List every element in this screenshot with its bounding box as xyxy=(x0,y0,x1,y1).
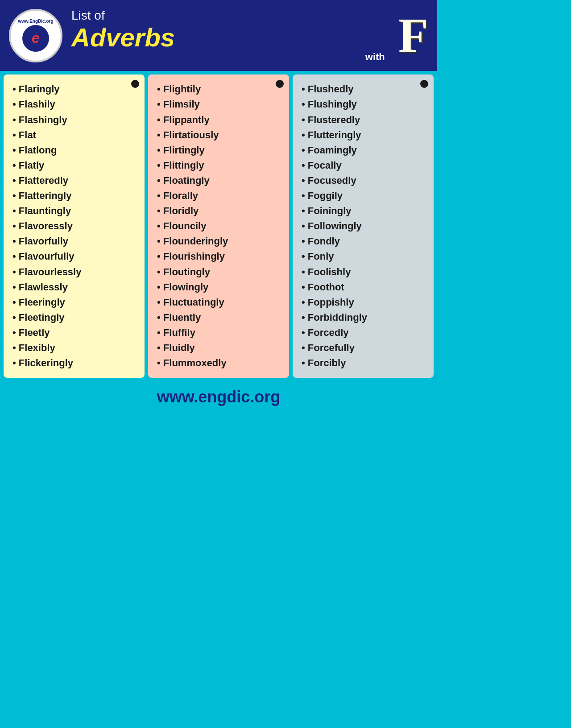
column-1: Flaringly Flashily Flashingly Flat Flatl… xyxy=(4,74,145,378)
list-item: Focusedly xyxy=(300,173,428,188)
list-item: Flummoxedly xyxy=(155,356,284,371)
list-item: Flawlessly xyxy=(11,280,139,295)
list-item: Foolishly xyxy=(300,265,428,280)
logo: www.EngDic.org e xyxy=(9,9,62,62)
list-item: Floutingly xyxy=(155,265,284,280)
list-item: Flavourlessly xyxy=(11,265,139,280)
list-item: Flourishingly xyxy=(155,249,284,264)
list-item: Flusteredly xyxy=(300,112,428,128)
list-item: Flashily xyxy=(11,97,139,112)
list-item: Focally xyxy=(300,158,428,173)
list-item: Flirtingly xyxy=(155,143,284,158)
footer: www.engdic.org xyxy=(0,381,437,413)
footer-url: www.engdic.org xyxy=(157,388,281,406)
word-columns: Flaringly Flashily Flashingly Flat Flatl… xyxy=(4,74,434,378)
list-item: Foamingly xyxy=(300,143,428,158)
content-area: Flaringly Flashily Flashingly Flat Flatl… xyxy=(0,71,437,381)
list-item: Forbiddingly xyxy=(300,310,428,325)
list-item: Foppishly xyxy=(300,295,428,310)
list-item: Flippantly xyxy=(155,112,284,128)
list-item: Floatingly xyxy=(155,173,284,188)
list-item: Flowingly xyxy=(155,280,284,295)
list-item: Flaringly xyxy=(11,82,139,97)
word-list-2: Flightily Flimsily Flippantly Flirtatiou… xyxy=(155,82,284,371)
list-item: Fleeringly xyxy=(11,295,139,310)
list-item: Flushedly xyxy=(300,82,428,97)
header-letter: F xyxy=(398,11,428,60)
list-item: Fleetingly xyxy=(11,310,139,325)
list-item: Fluently xyxy=(155,310,284,325)
list-item: Flatlong xyxy=(11,143,139,158)
word-list-1: Flaringly Flashily Flashingly Flat Flatl… xyxy=(11,82,139,371)
list-item: Fleetly xyxy=(11,325,139,340)
list-item: Flauntingly xyxy=(11,203,139,219)
list-item: Flavourfully xyxy=(11,249,139,264)
list-item: Flouncily xyxy=(155,219,284,234)
list-item: Floridly xyxy=(155,203,284,219)
list-item: Fluffily xyxy=(155,325,284,340)
list-item: Florally xyxy=(155,188,284,203)
list-item: Fluctuatingly xyxy=(155,295,284,310)
list-item: Forcibly xyxy=(300,356,428,371)
list-item: Foothot xyxy=(300,280,428,295)
list-item: Flashingly xyxy=(11,112,139,128)
adverbs-label: Adverbs xyxy=(71,23,389,52)
header-title-block: List of Adverbs with xyxy=(71,8,389,63)
list-item: Flittingly xyxy=(155,158,284,173)
list-item: Flatly xyxy=(11,158,139,173)
logo-url-top: www.EngDic.org xyxy=(18,19,53,24)
list-item: Foiningly xyxy=(300,203,428,219)
list-item: Flightily xyxy=(155,82,284,97)
list-item: Flutteringly xyxy=(300,128,428,143)
list-item: Flavorfully xyxy=(11,234,139,249)
column-2: Flightily Flimsily Flippantly Flirtatiou… xyxy=(148,74,289,378)
list-item: Foggily xyxy=(300,188,428,203)
list-item: Flatteredly xyxy=(11,173,139,188)
list-item: Fluidly xyxy=(155,340,284,356)
list-item: Forcedly xyxy=(300,325,428,340)
list-item: Flavoressly xyxy=(11,219,139,234)
list-item: Followingly xyxy=(300,219,428,234)
word-list-3: Flushedly Flushingly Flusteredly Flutter… xyxy=(300,82,428,371)
list-item: Forcefully xyxy=(300,340,428,356)
logo-icon: e xyxy=(22,25,49,52)
header: www.EngDic.org e List of Adverbs with F xyxy=(0,0,437,71)
list-of-label: List of xyxy=(71,8,105,22)
list-item: Flushingly xyxy=(300,97,428,112)
column-3: Flushedly Flushingly Flusteredly Flutter… xyxy=(293,74,434,378)
list-item: Flickeringly xyxy=(11,356,139,371)
list-item: Flexibly xyxy=(11,340,139,356)
list-item: Fonly xyxy=(300,249,428,264)
with-label: with xyxy=(71,51,389,63)
list-item: Flat xyxy=(11,128,139,143)
list-item: Flimsily xyxy=(155,97,284,112)
list-item: Flatteringly xyxy=(11,188,139,203)
list-item: Fondly xyxy=(300,234,428,249)
list-item: Flounderingly xyxy=(155,234,284,249)
list-item: Flirtatiously xyxy=(155,128,284,143)
